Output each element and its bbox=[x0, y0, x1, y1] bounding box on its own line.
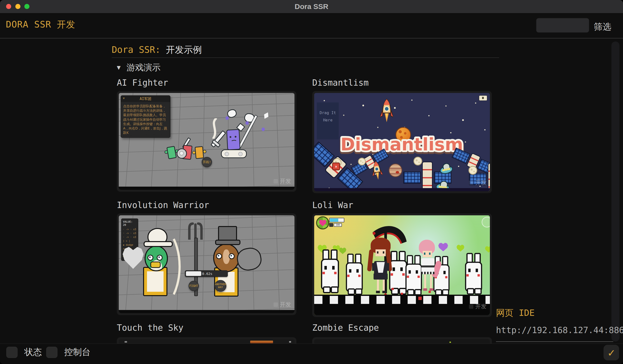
girl-shoe bbox=[376, 291, 380, 293]
duck-eye bbox=[216, 253, 222, 259]
girl-leg bbox=[377, 279, 379, 291]
section-game-demos[interactable]: ▼游戏演示 bbox=[117, 62, 161, 73]
svg-text:Dismantlism: Dismantlism bbox=[340, 134, 463, 154]
girl-face bbox=[376, 249, 386, 256]
scene-fragment bbox=[449, 342, 451, 343]
dashed-track bbox=[314, 296, 490, 304]
striped-planet bbox=[389, 164, 402, 177]
purple-boss-card bbox=[226, 129, 241, 150]
dismantlism-scene: Drag It Here Dismantlism Dismantlism bbox=[314, 93, 490, 191]
footer-bar: 状态 控制台 ✓ bbox=[0, 343, 623, 364]
dev-watermark: 开发 bbox=[273, 301, 291, 308]
bunny bbox=[346, 254, 363, 295]
duck-eye bbox=[157, 255, 163, 261]
collapse-triangle-icon: ▼ bbox=[117, 64, 121, 71]
toolbar-divider bbox=[0, 38, 623, 39]
demo-title-zombie-escape: Zombie Escape bbox=[312, 323, 379, 333]
section-title: 游戏演示 bbox=[127, 63, 161, 72]
scene-fragment bbox=[250, 341, 273, 343]
value-title: VALUE: 20 bbox=[123, 220, 136, 227]
bunny bbox=[405, 255, 422, 295]
tooltip-header: ▼ AI军团 bbox=[121, 96, 170, 102]
demo-title-dismantlism: Dismantlism bbox=[312, 78, 369, 87]
purple-heart bbox=[438, 243, 448, 251]
status-label: 状态 bbox=[24, 347, 42, 357]
bunny bbox=[321, 249, 339, 293]
app-title: DORA SSR 开发 bbox=[6, 19, 75, 31]
pause-button bbox=[482, 217, 490, 228]
confirm-button[interactable]: ✓ bbox=[603, 345, 619, 360]
resource-counter: 100 bbox=[329, 223, 342, 227]
rocket-icon bbox=[380, 98, 393, 123]
pitchfork-head bbox=[187, 222, 203, 240]
girl-leg bbox=[424, 274, 426, 289]
girl-leg bbox=[383, 279, 385, 291]
letterbox bbox=[119, 187, 294, 190]
watermark-box bbox=[273, 302, 278, 307]
girl-leg bbox=[430, 274, 432, 289]
health-bar bbox=[329, 218, 344, 222]
panel-heading-app: Dora SSR: bbox=[112, 44, 160, 55]
demo-title-loli-war: Loli War bbox=[312, 200, 353, 210]
bunny bbox=[465, 253, 482, 295]
status-checkbox[interactable] bbox=[6, 347, 18, 358]
fight-button: FIGHT bbox=[189, 281, 199, 291]
heading-divider bbox=[112, 57, 499, 58]
timer-progress-bar: 0.62s bbox=[185, 270, 228, 277]
involution-warrior-thumbnail[interactable]: VALUE: 20 · -> · x3 · -> · x3 · -> · x3 … bbox=[117, 214, 296, 315]
ai-fighter-tooltip: ▼ AI军团 点击你的学员部队配备装备，并亲自进行战斗方法的训练，最后带领部队挑… bbox=[121, 95, 170, 138]
dev-watermark: 开发 bbox=[273, 177, 291, 185]
timer-label: 0.62s bbox=[202, 271, 212, 277]
girl-face bbox=[423, 251, 432, 257]
filter-input[interactable] bbox=[536, 18, 589, 33]
moon bbox=[358, 158, 366, 166]
window-title: Dora SSR bbox=[0, 0, 623, 13]
red-pixel bbox=[418, 297, 422, 300]
yellow-dot bbox=[203, 150, 206, 153]
dev-watermark: 开发 bbox=[469, 179, 487, 186]
dismantlism-thumbnail[interactable]: Drag It Here Dismantlism Dismantlism bbox=[312, 91, 492, 193]
duck-card-body bbox=[143, 267, 167, 296]
scrollbar[interactable] bbox=[611, 41, 620, 342]
web-ide-hint: 网页 IDE http://192.168.127.44:8866 bbox=[496, 307, 614, 342]
another-way-button: ANOTHERWAY bbox=[215, 280, 226, 292]
tooltip-collapse-icon: ▼ bbox=[123, 97, 125, 100]
tooltip-body: 点击你的学员部队配备装备，并亲自进行战斗方法的训练，最后带领部队挑战敌人。学员战… bbox=[121, 102, 170, 137]
letterbox bbox=[119, 310, 294, 313]
green-heart bbox=[457, 245, 464, 252]
girl-shoe bbox=[382, 291, 386, 293]
tooltip-title: AI军团 bbox=[121, 96, 170, 102]
girl-shoe bbox=[429, 288, 433, 291]
duck-eye bbox=[229, 253, 235, 259]
loli-war-thumbnail[interactable]: 100 bbox=[312, 214, 492, 317]
red-pixel bbox=[428, 291, 431, 293]
round-shield bbox=[177, 149, 187, 159]
demo-title-ai-fighter: AI Fighter bbox=[117, 78, 168, 87]
girl-dress bbox=[374, 261, 387, 274]
heart-emblem bbox=[316, 216, 329, 230]
red-pixel bbox=[392, 288, 394, 290]
orange-card-soldier bbox=[195, 146, 204, 159]
console-checkbox[interactable] bbox=[46, 347, 57, 358]
girl-white-dress bbox=[421, 258, 434, 274]
demo-title-touch-the-sky: Touch the Sky bbox=[117, 323, 183, 333]
dev-watermark: 开发 bbox=[469, 303, 487, 310]
ai-fighter-thumbnail[interactable]: ▼ AI军团 点击你的学员部队配备装备，并亲自进行战斗方法的训练，最后带领部队挑… bbox=[117, 91, 296, 192]
letterbox bbox=[314, 188, 490, 191]
star-field bbox=[314, 93, 315, 94]
watermark-box bbox=[469, 181, 473, 185]
web-ide-divider bbox=[496, 341, 613, 342]
ai-fighter-scene: ▼ AI军团 点击你的学员部队配备装备，并亲自进行战斗方法的训练，最后带领部队挑… bbox=[119, 93, 294, 190]
titlebar: Dora SSR bbox=[0, 0, 623, 13]
loli-war-scene: 100 bbox=[314, 215, 490, 315]
close-x-block: ✕ bbox=[332, 163, 340, 170]
pedestal bbox=[221, 150, 247, 158]
moon bbox=[413, 157, 422, 166]
girl-skirt bbox=[374, 273, 388, 279]
moon bbox=[468, 166, 477, 175]
app-window: Dora SSR DORA SSR 开发 筛选 Dora SSR:开发示例 ▼游… bbox=[0, 0, 623, 364]
duck-beak bbox=[150, 261, 161, 268]
filter-label: 筛选 bbox=[594, 21, 611, 33]
panel-heading-doc: 开发示例 bbox=[166, 44, 202, 55]
ground-grid bbox=[119, 215, 294, 313]
